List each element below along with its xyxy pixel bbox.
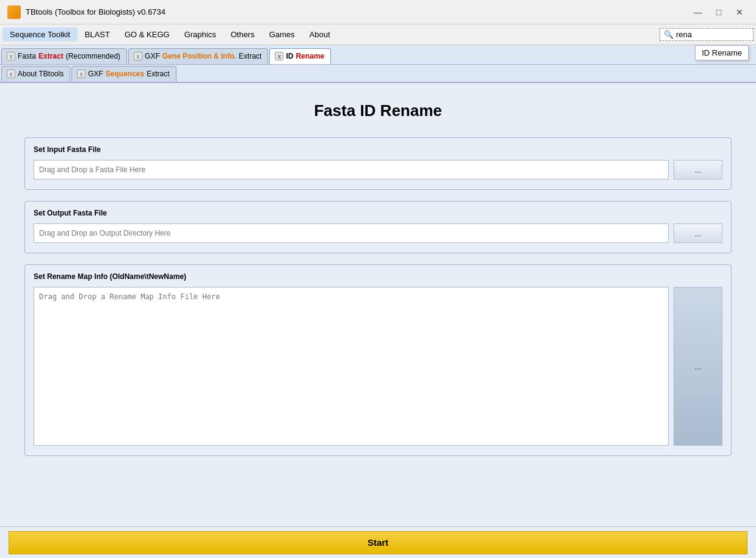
window-controls: — □ ✕ [689,5,749,20]
rename-map-textarea[interactable] [34,287,669,446]
tab-close-fasta-extract[interactable]: x [7,52,15,60]
output-fasta-row: ... [34,223,722,243]
tab-label-id: ID [286,52,293,60]
menubar: Sequence Toolkit BLAST GO & KEGG Graphic… [0,24,756,45]
input-fasta-browse-btn[interactable]: ... [674,160,722,179]
minimize-button[interactable]: — [689,5,707,20]
menu-item-graphics[interactable]: Graphics [177,27,224,42]
input-fasta-label: Set Input Fasta File [34,145,722,154]
maximize-button[interactable]: □ [710,5,728,20]
rename-map-row: ... [34,287,722,446]
tab-label-recommended: (Recommended) [66,52,120,60]
autocomplete-text: ID Rename [702,48,742,57]
tab-label-extract-red: Extract [38,52,64,60]
menu-item-go-kegg[interactable]: GO & KEGG [117,27,177,42]
search-icon: 🔍 [664,30,674,39]
tab-label-fasta: Fasta [18,52,36,60]
output-fasta-browse-btn[interactable]: ... [674,223,722,243]
main-content: Fasta ID Rename Set Input Fasta File ...… [0,83,756,526]
menu-item-blast[interactable]: BLAST [78,27,117,42]
tab-label-extract2: Extract [147,70,169,78]
tab-gxf-seq-extract[interactable]: x GXF Sequences Extract [71,66,176,82]
input-fasta-section: Set Input Fasta File ... [24,137,732,190]
menu-item-about[interactable]: About [302,27,338,42]
app-icon [7,5,21,19]
input-fasta-row: ... [34,160,722,179]
page-title: Fasta ID Rename [24,101,732,120]
tab-label-extract1: Extract [239,52,261,60]
menu-item-others[interactable]: Others [224,27,262,42]
tabs-row2: x About TBtools x GXF Sequences Extract [0,65,756,83]
bottom-bar: Start [0,526,756,558]
tab-label-gxf2: GXF [88,70,103,78]
tab-close-id-rename[interactable]: x [275,52,283,60]
start-button[interactable]: Start [9,531,747,554]
close-button[interactable]: ✕ [730,5,749,20]
tab-label-gxf1: GXF [145,52,160,60]
tab-close-gxf-gene[interactable]: x [134,52,142,60]
rename-map-browse-btn[interactable]: ... [674,287,722,446]
tab-about-tbtools[interactable]: x About TBtools [1,66,70,82]
titlebar: TBtools (Toolbox for Biologists) v0.6734… [0,0,756,24]
output-fasta-field[interactable] [34,223,669,243]
search-input[interactable] [676,30,749,39]
title-text: TBtools (Toolbox for Biologists) v0.6734 [26,7,689,16]
tab-gxf-gene-pos[interactable]: x GXF Gene Position & Info. Extract [128,48,268,64]
tab-label-rename-red: Rename [296,52,324,60]
autocomplete-box[interactable]: ID Rename [695,45,749,60]
search-area: 🔍 [660,28,754,41]
menu-item-sequence-toolkit[interactable]: Sequence Toolkit [2,27,78,42]
output-fasta-section: Set Output Fasta File ... [24,201,732,253]
tabs-row1: x Fasta Extract (Recommended) x GXF Gene… [0,45,756,65]
tab-label-gene-pos: Gene Position & Info. [162,52,236,60]
menu-item-games[interactable]: Games [262,27,302,42]
rename-map-section: Set Rename Map Info (OldName\tNewName) .… [24,264,732,456]
tab-id-rename[interactable]: x ID Rename [269,48,331,64]
tab-label-sequences-orange: Sequences [106,70,144,78]
tab-close-about[interactable]: x [7,70,15,78]
tab-label-about: About TBtools [18,70,64,78]
output-fasta-label: Set Output Fasta File [34,209,722,217]
input-fasta-field[interactable] [34,160,669,179]
rename-map-label: Set Rename Map Info (OldName\tNewName) [34,272,722,281]
tab-fasta-extract[interactable]: x Fasta Extract (Recommended) [1,48,127,64]
tab-close-gxf-seq[interactable]: x [77,70,85,78]
